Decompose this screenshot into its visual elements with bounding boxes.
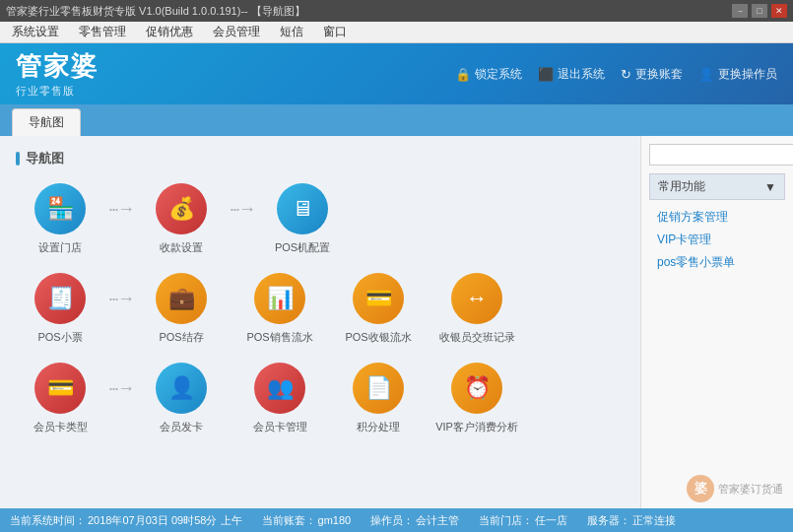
operator-label: 当前账套：	[262, 513, 316, 528]
search-input[interactable]	[649, 144, 793, 166]
user-label: 操作员：	[370, 513, 414, 528]
arrow-1: ···→	[108, 199, 133, 220]
logout-label: 退出系统	[558, 66, 605, 83]
time-label: 当前系统时间：	[10, 513, 86, 528]
sidebar-link-vip[interactable]: VIP卡管理	[649, 229, 785, 251]
menu-retail[interactable]: 零售管理	[75, 22, 130, 42]
menu-system[interactable]: 系统设置	[8, 22, 63, 42]
store-label: 当前门店：	[479, 513, 533, 528]
watermark-text: 管家婆订货通	[718, 482, 783, 497]
icon-pos-receipt[interactable]: 🧾 POS小票	[16, 273, 104, 345]
logo-area: 管家婆 行业零售版	[16, 49, 99, 99]
logo-text: 管家婆 行业零售版	[16, 49, 99, 99]
icon-pos-cashflow[interactable]: 💳 POS收银流水	[334, 273, 423, 345]
refresh-icon: ↻	[621, 67, 631, 82]
pos-inventory-icon: 💼	[156, 273, 207, 324]
pos-config-label: POS机配置	[275, 240, 330, 255]
server-value: 正常连接	[632, 513, 676, 528]
points-icon: 📄	[353, 363, 404, 414]
lock-icon: 🔒	[455, 67, 471, 82]
set-store-label: 设置门店	[38, 240, 82, 255]
pos-cashflow-label: POS收银流水	[345, 330, 411, 345]
menu-window[interactable]: 窗口	[319, 22, 351, 42]
icon-payment-setup[interactable]: 💰 收款设置	[137, 183, 226, 255]
user-icon: 👤	[698, 67, 714, 82]
icon-card-manage[interactable]: 👥 会员卡管理	[235, 363, 324, 434]
pos-sales-icon: 📊	[254, 273, 305, 324]
pos-receipt-label: POS小票	[37, 330, 82, 345]
chevron-down-icon: ▼	[764, 180, 776, 194]
sidebar-link-pos-receipt[interactable]: pos零售小票单	[649, 251, 785, 274]
status-user: 操作员： 会计主管	[370, 513, 459, 528]
user-value: 会计主管	[416, 513, 459, 528]
switch-account-label: 更换账套	[635, 66, 683, 83]
watermark-icon: 婆	[687, 475, 714, 502]
vip-analysis-label: VIP客户消费分析	[435, 420, 518, 434]
header-actions: 🔒 锁定系统 ⬛ 退出系统 ↻ 更换账套 👤 更换操作员	[455, 66, 777, 83]
content-area: 导航图 🏪 设置门店 ···→ 💰 收款设置 ···→ 🖥 POS机配置 🧾	[0, 136, 793, 508]
menu-member[interactable]: 会员管理	[209, 22, 264, 42]
lock-system-button[interactable]: 🔒 锁定系统	[455, 66, 522, 83]
icon-set-store[interactable]: 🏪 设置门店	[16, 183, 104, 255]
pos-config-icon: 🖥	[277, 183, 328, 234]
icon-pos-inventory[interactable]: 💼 POS结存	[137, 273, 226, 345]
card-manage-icon: 👥	[254, 363, 305, 414]
watermark: 婆 管家婆订货通	[687, 475, 783, 502]
payment-setup-icon: 💰	[156, 183, 207, 234]
operator-value: gm180	[318, 514, 352, 526]
payment-setup-label: 收款设置	[160, 240, 203, 255]
panel-title: 导航图	[16, 150, 625, 167]
switch-operator-button[interactable]: 👤 更换操作员	[698, 66, 777, 83]
logout-button[interactable]: ⬛ 退出系统	[538, 66, 605, 83]
close-button[interactable]: ✕	[771, 4, 787, 18]
icon-member-type[interactable]: 💳 会员卡类型	[16, 363, 104, 434]
points-label: 积分处理	[357, 420, 400, 434]
icon-vip-analysis[interactable]: ⏰ VIP客户消费分析	[432, 363, 521, 434]
logo-main: 管家婆	[16, 49, 99, 84]
panel-title-text: 导航图	[26, 150, 64, 167]
right-sidebar: 🔍 ⚙ 常用功能 ▼ 促销方案管理 VIP卡管理 pos零售小票单	[640, 136, 793, 508]
title-bar: 管家婆行业零售板财货专版 V1.0(Build 1.0.0.191)-- 【导航…	[0, 0, 793, 22]
section-label: 常用功能	[658, 178, 705, 195]
icon-pos-sales[interactable]: 📊 POS销售流水	[235, 273, 324, 345]
arrow-4: ···→	[108, 378, 133, 399]
status-account: 当前账套： gm180	[262, 513, 352, 528]
icon-shift-record[interactable]: ↔ 收银员交班记录	[432, 273, 521, 345]
time-value: 2018年07月03日 09时58分 上午	[88, 513, 242, 528]
lock-label: 锁定系统	[475, 66, 522, 83]
main-panel: 导航图 🏪 设置门店 ···→ 💰 收款设置 ···→ 🖥 POS机配置 🧾	[0, 136, 640, 508]
status-store: 当前门店： 任一店	[479, 513, 567, 528]
status-time: 当前系统时间： 2018年07月03日 09时58分 上午	[10, 513, 242, 528]
logo-sub: 行业零售版	[16, 84, 99, 99]
pos-receipt-icon: 🧾	[34, 273, 86, 324]
status-server: 服务器： 正常连接	[587, 513, 676, 528]
icon-issue-card[interactable]: 👤 会员发卡	[137, 363, 226, 434]
card-manage-label: 会员卡管理	[253, 420, 307, 434]
sidebar-section-header: 常用功能 ▼	[649, 173, 785, 200]
restore-button[interactable]: □	[752, 4, 767, 18]
tab-navigation[interactable]: 导航图	[12, 108, 81, 136]
window-title: 管家婆行业零售板财货专版 V1.0(Build 1.0.0.191)-- 【导航…	[6, 4, 305, 19]
icon-pos-config[interactable]: 🖥 POS机配置	[258, 183, 347, 255]
icon-row-1: 🏪 设置门店 ···→ 💰 收款设置 ···→ 🖥 POS机配置	[16, 183, 625, 255]
pos-inventory-label: POS结存	[159, 330, 203, 345]
pos-sales-label: POS销售流水	[246, 330, 312, 345]
minimize-button[interactable]: －	[732, 4, 748, 18]
menu-promotion[interactable]: 促销优惠	[142, 22, 197, 42]
shift-record-label: 收银员交班记录	[439, 330, 515, 345]
icon-points[interactable]: 📄 积分处理	[334, 363, 423, 434]
menu-sms[interactable]: 短信	[276, 22, 307, 42]
shift-record-icon: ↔	[451, 273, 502, 324]
icon-row-2: 🧾 POS小票 ···→ 💼 POS结存 📊 POS销售流水 💳 POS收银流水…	[16, 273, 625, 345]
member-type-label: 会员卡类型	[33, 420, 88, 434]
menu-bar: 系统设置 零售管理 促销优惠 会员管理 短信 窗口	[0, 22, 793, 43]
arrow-3: ···→	[108, 289, 133, 309]
switch-account-button[interactable]: ↻ 更换账套	[621, 66, 683, 83]
store-value: 任一店	[535, 513, 567, 528]
issue-card-icon: 👤	[156, 363, 207, 414]
window-controls: － □ ✕	[732, 4, 787, 18]
pos-cashflow-icon: 💳	[353, 273, 404, 324]
logout-icon: ⬛	[538, 67, 554, 82]
sidebar-link-promotion[interactable]: 促销方案管理	[649, 206, 785, 229]
status-bar: 当前系统时间： 2018年07月03日 09时58分 上午 当前账套： gm18…	[0, 508, 793, 532]
